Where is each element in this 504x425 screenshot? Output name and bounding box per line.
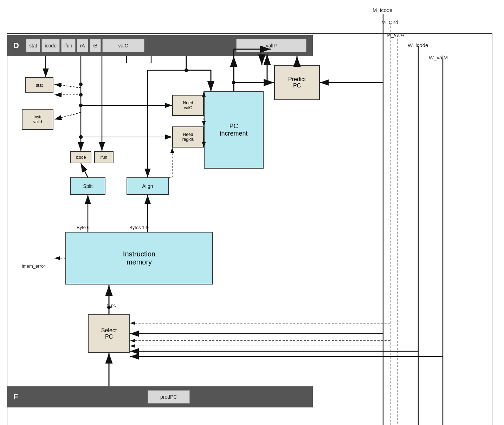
diagram-container: D stat icode ifun rA rB valC valIP F pre… — [0, 0, 504, 425]
f-pipeline-register: F predPC — [7, 386, 313, 407]
f-register-label: F — [7, 392, 24, 401]
d-register-label: D — [7, 41, 25, 50]
svg-point-13 — [185, 68, 188, 72]
f-predPC-field: predPC — [148, 390, 190, 404]
instr-valid-box: Instrvalid — [22, 109, 53, 130]
predict-pc-box: PredictPC — [274, 65, 320, 100]
svg-point-8 — [79, 93, 83, 97]
select-pc-box: SelectPC — [88, 314, 130, 353]
svg-line-34 — [81, 163, 88, 177]
align-box: Align — [127, 177, 169, 195]
svg-point-28 — [232, 81, 235, 84]
imem-error-label: imem_error — [22, 263, 45, 269]
ifun-small-box: ifun — [94, 151, 114, 163]
f-pc-label: f_pc — [107, 303, 116, 308]
M-icode-label: M_icode — [373, 7, 393, 13]
svg-line-49 — [54, 112, 81, 119]
svg-point-17 — [79, 104, 83, 107]
need-valC-box: NeedvalC — [172, 95, 204, 116]
need-regids-box: Needregids — [172, 126, 204, 148]
d-pipeline-register: D stat icode ifun rA rB valC valIP — [7, 35, 313, 56]
d-ifun-field: ifun — [61, 39, 76, 52]
pc-increment-box: PCincrement — [204, 91, 264, 169]
W-icode-label: W_icode — [408, 42, 428, 48]
stat-box: stat — [25, 77, 53, 93]
d-rA-field: rA — [77, 39, 88, 52]
M-valA-label: M_valA — [387, 32, 404, 38]
svg-point-20 — [79, 135, 83, 139]
byte0-label: Byte 0 — [77, 225, 90, 230]
svg-point-63 — [79, 135, 83, 139]
d-valC-field: valC — [102, 39, 144, 52]
d-stat-field: stat — [26, 39, 40, 52]
d-icode-field: icode — [41, 39, 59, 52]
svg-point-4 — [79, 83, 83, 86]
d-rB-field: rB — [90, 39, 101, 52]
W-valM-label: W_valM — [429, 54, 448, 60]
split-box: Split — [70, 177, 105, 195]
icode-small-box: icode — [70, 151, 91, 163]
svg-point-56 — [185, 68, 188, 72]
svg-line-9 — [54, 84, 81, 88]
svg-point-62 — [79, 104, 83, 107]
arrows-svg — [0, 0, 504, 425]
d-valP-field: valIP — [236, 39, 306, 52]
M-Cnd-label: M_Cnd — [381, 19, 398, 25]
bytes1-9-label: Bytes 1-9 — [129, 225, 149, 230]
instruction-memory-box: Instructionmemory — [65, 232, 213, 285]
